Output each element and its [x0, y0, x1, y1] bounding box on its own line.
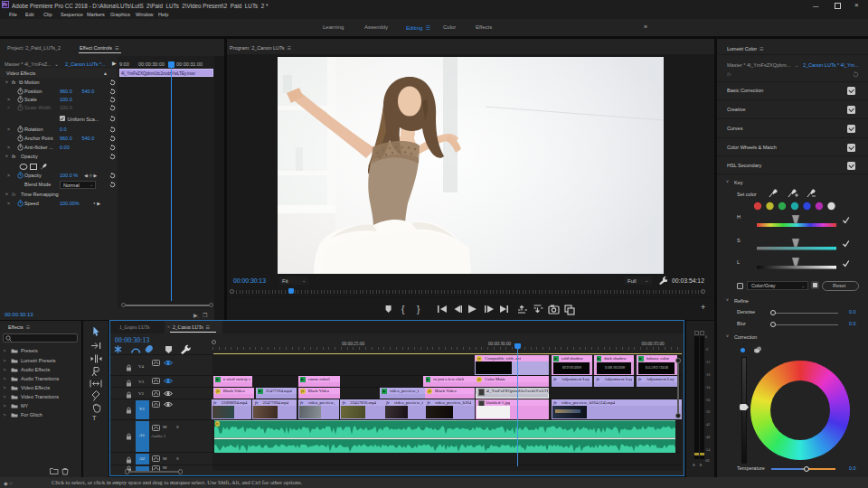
svg-text:}: } [417, 305, 420, 314]
svg-text:{: { [401, 305, 405, 314]
